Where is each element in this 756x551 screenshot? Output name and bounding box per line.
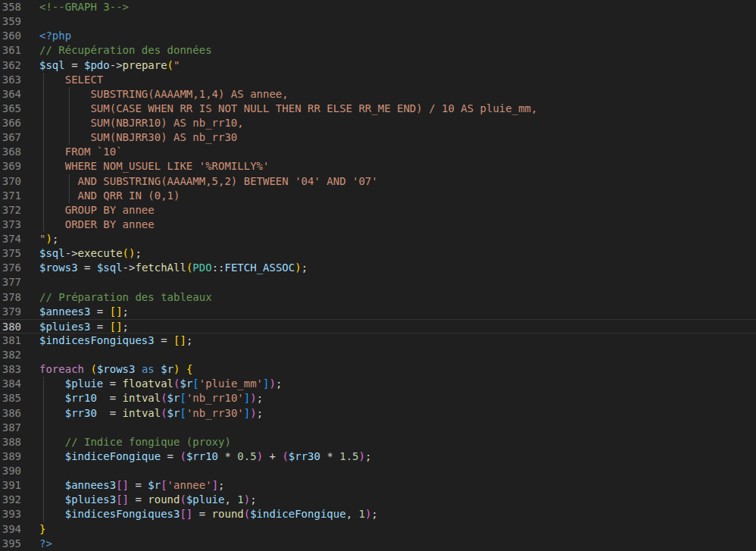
code-line[interactable]: 392 $pluies3[] = round($pluie, 1); bbox=[0, 493, 756, 507]
code-token: , bbox=[346, 508, 359, 520]
line-number[interactable]: 360 bbox=[0, 29, 21, 43]
line-number[interactable]: 381 bbox=[0, 333, 21, 348]
line-number[interactable]: 391 bbox=[0, 478, 21, 493]
line-number[interactable]: 368 bbox=[0, 145, 21, 159]
line-number[interactable]: 370 bbox=[0, 174, 21, 189]
line-number[interactable]: 375 bbox=[0, 246, 21, 261]
line-number[interactable]: 361 bbox=[0, 43, 21, 58]
code-token: ; bbox=[257, 392, 263, 404]
code-line[interactable]: 376$rows3 = $sql->fetchAll(PDO::FETCH_AS… bbox=[0, 261, 756, 275]
code-token: $indicesFongiques3 bbox=[39, 334, 155, 346]
code-line-active[interactable]: 380$pluies3 = []; bbox=[0, 319, 756, 333]
line-number[interactable]: 387 bbox=[0, 421, 21, 435]
code-line[interactable]: 371 AND QRR IN (0,1) bbox=[0, 189, 756, 203]
indent-guide bbox=[43, 435, 44, 449]
code-line[interactable]: 384 $pluie = floatval($r['pluie_mm']); bbox=[0, 377, 756, 391]
line-number[interactable]: 392 bbox=[0, 493, 21, 507]
code-line[interactable]: 369 WHERE NOM_USUEL LIKE '%ROMILLY%' bbox=[0, 159, 756, 174]
line-number[interactable]: 364 bbox=[0, 87, 21, 102]
line-number[interactable]: 383 bbox=[0, 362, 21, 377]
code-line[interactable]: 359 bbox=[0, 14, 756, 29]
code-line[interactable]: 387 bbox=[0, 421, 756, 435]
line-number[interactable]: 367 bbox=[0, 130, 21, 145]
code-line[interactable]: 361// Récupération des données bbox=[0, 43, 756, 58]
code-token: SUBSTRING(AAAAMM,1,4) AS annee, bbox=[39, 88, 289, 100]
line-number[interactable]: 380 bbox=[0, 320, 21, 333]
code-line[interactable]: 385 $rr10 = intval($r['nb_rr10']); bbox=[0, 391, 756, 405]
code-editor[interactable]: 358<!--GRAPH 3-->359360<?php361// Récupé… bbox=[0, 0, 756, 551]
code-line-content: <?php bbox=[39, 29, 71, 43]
code-line[interactable]: 391 $annees3[] = $r['annee']; bbox=[0, 478, 756, 493]
code-token: ) bbox=[244, 493, 250, 506]
line-number[interactable]: 374 bbox=[0, 232, 21, 246]
line-number[interactable]: 358 bbox=[0, 0, 21, 14]
code-line[interactable]: 377 bbox=[0, 275, 756, 290]
line-number[interactable]: 363 bbox=[0, 73, 21, 87]
code-line[interactable]: 379$annees3 = []; bbox=[0, 305, 756, 319]
code-token: ; bbox=[218, 479, 224, 491]
line-number[interactable]: 390 bbox=[0, 464, 21, 478]
code-line[interactable]: 394} bbox=[0, 522, 756, 537]
code-line[interactable]: 362$sql = $pdo->prepare(" bbox=[0, 58, 756, 73]
code-line[interactable]: 378// Préparation des tableaux bbox=[0, 290, 756, 305]
code-line[interactable]: 381$indicesFongiques3 = []; bbox=[0, 333, 756, 348]
code-line[interactable]: 390 bbox=[0, 464, 756, 478]
code-line[interactable]: 393 $indicesFongiques3[] = round($indice… bbox=[0, 507, 756, 521]
line-number[interactable]: 394 bbox=[0, 522, 21, 537]
code-line[interactable]: 383foreach ($rows3 as $r) { bbox=[0, 362, 756, 377]
line-number[interactable]: 371 bbox=[0, 189, 21, 203]
line-number[interactable]: 372 bbox=[0, 203, 21, 218]
code-line[interactable]: 364 SUBSTRING(AAAAMM,1,4) AS annee, bbox=[0, 87, 756, 102]
code-token bbox=[135, 363, 141, 375]
line-number[interactable]: 386 bbox=[0, 406, 21, 421]
code-line[interactable]: 382 bbox=[0, 348, 756, 362]
line-number[interactable]: 384 bbox=[0, 377, 21, 391]
line-number[interactable]: 382 bbox=[0, 348, 21, 362]
code-token: -> bbox=[65, 247, 78, 259]
code-line[interactable]: 366 SUM(NBJRR10) AS nb_rr10, bbox=[0, 116, 756, 130]
code-line[interactable]: 358<!--GRAPH 3--> bbox=[0, 0, 756, 14]
line-number[interactable]: 359 bbox=[0, 14, 21, 29]
line-number[interactable]: 365 bbox=[0, 102, 21, 116]
code-line[interactable]: 374"); bbox=[0, 232, 756, 246]
code-line-content: GROUP BY annee bbox=[39, 203, 155, 218]
line-number[interactable]: 366 bbox=[0, 116, 21, 130]
line-number[interactable]: 378 bbox=[0, 290, 21, 305]
line-number[interactable]: 379 bbox=[0, 305, 21, 319]
code-token: $indiceFongique bbox=[250, 508, 345, 520]
code-line[interactable]: 388 // Indice fongique (proxy) bbox=[0, 435, 756, 449]
code-token: AND QRR IN (0,1) bbox=[39, 189, 180, 202]
code-token: = bbox=[103, 377, 122, 390]
code-token: ; bbox=[365, 450, 371, 462]
line-number[interactable]: 362 bbox=[0, 58, 21, 73]
code-token: PDO bbox=[192, 261, 211, 274]
code-line[interactable]: 370 AND SUBSTRING(AAAAMM,5,2) BETWEEN '0… bbox=[0, 174, 756, 189]
line-number[interactable]: 395 bbox=[0, 537, 21, 551]
line-number[interactable]: 388 bbox=[0, 435, 21, 449]
code-line[interactable]: 363 SELECT bbox=[0, 73, 756, 87]
code-line[interactable]: 373 ORDER BY annee bbox=[0, 218, 756, 232]
code-token: round bbox=[148, 493, 180, 506]
code-line[interactable]: 360<?php bbox=[0, 29, 756, 43]
code-token: ( bbox=[161, 407, 167, 419]
code-line[interactable]: 372 GROUP BY annee bbox=[0, 203, 756, 218]
code-line[interactable]: 386 $rr30 = intval($r['nb_rr30']); bbox=[0, 406, 756, 421]
code-line[interactable]: 365 SUM(CASE WHEN RR IS NOT NULL THEN RR… bbox=[0, 102, 756, 116]
line-number[interactable]: 369 bbox=[0, 159, 21, 174]
code-line[interactable]: 389 $indiceFongique = ($rr10 * 0.5) + ($… bbox=[0, 449, 756, 464]
code-token: AND SUBSTRING(AAAAMM,5,2) BETWEEN '04' A… bbox=[39, 175, 378, 187]
indent-guide bbox=[43, 189, 44, 203]
indent-guide bbox=[43, 87, 44, 102]
line-number[interactable]: 373 bbox=[0, 218, 21, 232]
code-token: -> bbox=[110, 59, 123, 71]
line-number[interactable]: 393 bbox=[0, 507, 21, 521]
code-line[interactable]: 375$sql->execute(); bbox=[0, 246, 756, 261]
code-line[interactable]: 368 FROM `10` bbox=[0, 145, 756, 159]
line-number[interactable]: 385 bbox=[0, 391, 21, 405]
line-number[interactable]: 377 bbox=[0, 275, 21, 290]
code-token: :: bbox=[212, 261, 225, 274]
line-number[interactable]: 389 bbox=[0, 449, 21, 464]
line-number[interactable]: 376 bbox=[0, 261, 21, 275]
code-line[interactable]: 395?> bbox=[0, 537, 756, 551]
code-line[interactable]: 367 SUM(NBJRR30) AS nb_rr30 bbox=[0, 130, 756, 145]
